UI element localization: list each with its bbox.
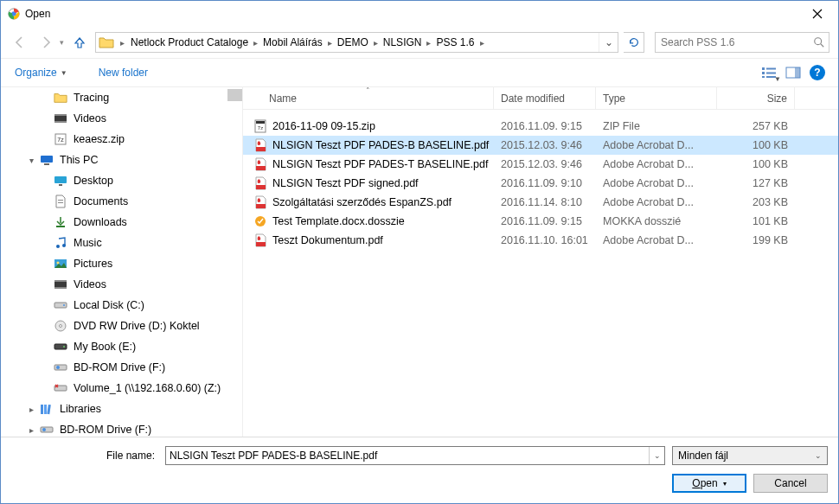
column-type[interactable]: Type bbox=[596, 87, 717, 109]
help-button[interactable]: ? bbox=[805, 62, 829, 83]
file-row[interactable]: 7z2016-11-09 09-15.zip2016.11.09. 9:15ZI… bbox=[243, 117, 838, 136]
breadcrumb-segment[interactable]: NLSIGN bbox=[380, 36, 426, 48]
body: TracingVideos7zkeaesz.zip▾This PCDesktop… bbox=[1, 87, 838, 437]
tree-item[interactable]: BD-ROM Drive (F:) bbox=[1, 357, 242, 378]
expand-toggle[interactable]: ▸ bbox=[25, 405, 37, 414]
cancel-button[interactable]: Cancel bbox=[753, 474, 828, 493]
breadcrumb-segment[interactable]: PSS 1.6 bbox=[432, 36, 477, 48]
svg-rect-47 bbox=[256, 147, 266, 151]
file-name: 2016-11-09 09-15.zip bbox=[272, 120, 375, 132]
zip-icon: 7z bbox=[53, 131, 68, 147]
chevron-right-icon[interactable]: ▸ bbox=[326, 38, 334, 48]
organize-button[interactable]: Organize ▼ bbox=[10, 63, 73, 82]
back-button[interactable] bbox=[10, 32, 30, 53]
breadcrumb-segment[interactable]: Netlock Product Cataloge bbox=[127, 36, 252, 48]
pdf-file-icon bbox=[253, 233, 267, 247]
breadcrumb-dropdown[interactable]: ⌄ bbox=[599, 33, 618, 52]
pdf-file-icon bbox=[253, 138, 267, 152]
file-row[interactable]: Szolgáltatási szerződés EspanZS.pdf2016.… bbox=[243, 193, 838, 212]
svg-text:7z: 7z bbox=[57, 137, 64, 143]
filename-label: File name: bbox=[11, 450, 158, 462]
chevron-right-icon[interactable]: ▸ bbox=[372, 38, 380, 48]
sort-ascending-icon: ˄ bbox=[366, 86, 370, 95]
tree-item[interactable]: Local Disk (C:) bbox=[1, 295, 242, 316]
tree-item-label: Videos bbox=[74, 112, 106, 124]
open-dialog: Open ▾ ▸ Netlock Product Cataloge▸Mobil … bbox=[0, 0, 839, 504]
tree-item[interactable]: ▸Libraries bbox=[1, 399, 242, 419]
nav-row: ▾ ▸ Netlock Product Cataloge▸Mobil Aláír… bbox=[1, 27, 838, 58]
file-date: 2015.12.03. 9:46 bbox=[494, 139, 596, 151]
tree-item[interactable]: Desktop bbox=[1, 170, 242, 191]
tree-item[interactable]: My Book (E:) bbox=[1, 336, 242, 357]
column-headers: ˄ Name Date modified Type Size bbox=[243, 87, 838, 110]
refresh-button[interactable] bbox=[624, 32, 644, 53]
close-button[interactable] bbox=[797, 2, 836, 26]
file-row[interactable]: NLSIGN Teszt PDF signed.pdf2016.11.09. 9… bbox=[243, 174, 838, 193]
filename-combobox[interactable]: ⌄ bbox=[165, 446, 665, 465]
pc-icon bbox=[39, 152, 54, 168]
footer: File name: ⌄ Minden fájl ⌄ Open ▾ Cancel bbox=[1, 437, 838, 503]
svg-rect-3 bbox=[762, 67, 765, 70]
file-date: 2016.11.09. 9:15 bbox=[494, 215, 596, 227]
column-date[interactable]: Date modified bbox=[494, 87, 596, 109]
chrome-icon bbox=[8, 8, 20, 20]
file-row[interactable]: NLSIGN Teszt PDF PADES-T BASELINE.pdf201… bbox=[243, 155, 838, 174]
forward-button[interactable] bbox=[35, 32, 56, 53]
up-button[interactable] bbox=[69, 32, 90, 53]
breadcrumb-segment[interactable]: Mobil Aláírás bbox=[259, 36, 326, 48]
tree-item[interactable]: Volume_1 (\\192.168.0.60) (Z:) bbox=[1, 378, 242, 399]
tree-item[interactable]: Tracing bbox=[1, 87, 242, 108]
navigation-tree[interactable]: TracingVideos7zkeaesz.zip▾This PCDesktop… bbox=[1, 87, 243, 437]
folder-icon bbox=[98, 34, 115, 51]
tree-item[interactable]: Music bbox=[1, 233, 242, 253]
file-name: Teszt Dokumentum.pdf bbox=[272, 234, 383, 246]
search-box[interactable] bbox=[655, 32, 829, 53]
pdf-file-icon bbox=[253, 195, 267, 209]
column-size[interactable]: Size bbox=[717, 87, 795, 109]
recent-locations-icon[interactable]: ▾ bbox=[60, 38, 64, 47]
tree-item[interactable]: Documents bbox=[1, 191, 242, 212]
tree-item[interactable]: Videos bbox=[1, 108, 242, 129]
file-size: 127 KB bbox=[717, 177, 795, 189]
search-input[interactable] bbox=[659, 35, 813, 49]
toolbar: Organize ▼ New folder ▼ ? bbox=[1, 58, 838, 87]
svg-rect-6 bbox=[766, 68, 776, 70]
file-row[interactable]: NLSIGN Teszt PDF PADES-B BASELINE.pdf201… bbox=[243, 136, 838, 155]
file-size: 203 KB bbox=[717, 196, 795, 208]
tree-item[interactable]: 7zkeaesz.zip bbox=[1, 129, 242, 150]
chevron-right-icon[interactable]: ▸ bbox=[252, 38, 259, 48]
svg-rect-39 bbox=[41, 405, 43, 414]
file-row[interactable]: Test Template.docx.dosszie2016.11.09. 9:… bbox=[243, 212, 838, 231]
file-row[interactable]: Teszt Dokumentum.pdf2016.11.10. 16:01Ado… bbox=[243, 231, 838, 250]
expand-toggle[interactable]: ▾ bbox=[25, 156, 37, 165]
breadcrumb-segment[interactable]: DEMO bbox=[334, 36, 372, 48]
tree-item[interactable]: Downloads bbox=[1, 212, 242, 233]
tree-item[interactable]: Videos bbox=[1, 274, 242, 295]
file-type: Adobe Acrobat D... bbox=[596, 234, 717, 246]
svg-point-37 bbox=[56, 366, 60, 369]
chevron-right-icon[interactable]: ▸ bbox=[117, 38, 127, 48]
svg-rect-40 bbox=[44, 405, 47, 414]
breadcrumb[interactable]: ▸ Netlock Product Cataloge▸Mobil Aláírás… bbox=[95, 32, 618, 53]
svg-rect-17 bbox=[44, 163, 49, 165]
new-folder-button[interactable]: New folder bbox=[93, 63, 153, 82]
tree-item[interactable]: DVD RW Drive (D:) Koktel bbox=[1, 316, 242, 336]
chevron-right-icon[interactable]: ▸ bbox=[478, 38, 486, 48]
file-type-filter[interactable]: Minden fájl ⌄ bbox=[672, 446, 828, 465]
chevron-down-icon[interactable]: ⌄ bbox=[649, 447, 664, 464]
preview-pane-button[interactable] bbox=[781, 62, 805, 83]
svg-rect-28 bbox=[54, 280, 67, 282]
filename-input[interactable] bbox=[166, 450, 649, 462]
svg-point-26 bbox=[57, 262, 60, 265]
tree-item[interactable]: ▾This PC bbox=[1, 150, 242, 170]
expand-toggle[interactable]: ▸ bbox=[25, 425, 37, 435]
tree-item[interactable]: Pictures bbox=[1, 253, 242, 274]
column-name[interactable]: ˄ Name bbox=[243, 87, 494, 109]
open-button[interactable]: Open ▾ bbox=[672, 474, 746, 493]
scrollbar-thumb[interactable] bbox=[227, 89, 242, 101]
view-mode-button[interactable]: ▼ bbox=[757, 62, 781, 83]
svg-rect-13 bbox=[54, 121, 67, 123]
help-icon: ? bbox=[810, 65, 825, 80]
tree-item[interactable]: ▸BD-ROM Drive (F:) bbox=[1, 419, 242, 437]
zip-file-icon: 7z bbox=[253, 119, 267, 133]
